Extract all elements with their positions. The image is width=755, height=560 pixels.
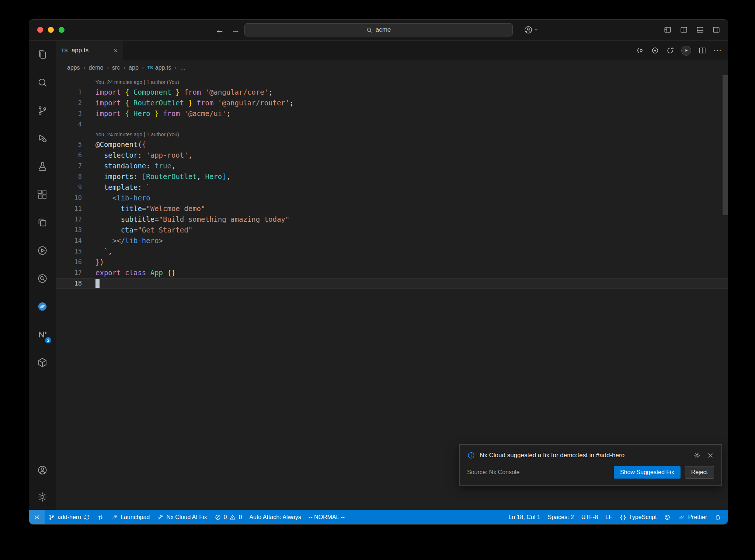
sidebar-item-preview[interactable] [29, 209, 56, 237]
sidebar-item-testing[interactable] [29, 153, 56, 181]
navigate-forward-button[interactable]: → [231, 20, 240, 40]
eol-status[interactable]: LF [602, 510, 616, 524]
breadcrumb-item[interactable]: demo [88, 64, 103, 71]
code-line[interactable]: 12 subtitle="Build something amazing tod… [56, 214, 728, 225]
codelens-row[interactable]: You, 24 minutes ago | 1 author (You) [56, 77, 728, 87]
code-line[interactable]: 3import { Hero } from '@acme/ui'; [56, 108, 728, 119]
code-line[interactable]: 2import { RouterOutlet } from '@angular/… [56, 98, 728, 108]
sidebar-item-run-tasks[interactable] [29, 237, 56, 265]
breadcrumb-item[interactable]: src [112, 64, 120, 71]
code-line[interactable]: 15 `, [56, 246, 728, 257]
line-number: 8 [56, 171, 95, 182]
code-line[interactable]: 17export class App {} [56, 267, 728, 278]
breadcrumb-label: … [180, 64, 186, 71]
sidebar-item-explorer[interactable] [29, 41, 56, 69]
toggle-panel-icon[interactable] [696, 26, 704, 34]
encoding-status[interactable]: UTF-8 [578, 510, 602, 524]
nx-cloud-ai-fix-status[interactable]: Nx Cloud AI Fix [153, 510, 211, 524]
sidebar-item-code-inspect[interactable] [29, 265, 56, 293]
code-line[interactable]: 1import { Component } from '@angular/cor… [56, 87, 728, 98]
open-changes-icon[interactable] [636, 46, 644, 55]
maximize-window-button[interactable] [59, 27, 65, 33]
toast-message: Nx Cloud suggested a fix for demo:test i… [480, 452, 689, 459]
code-line[interactable]: 18 [56, 278, 728, 289]
run-file-button[interactable] [681, 46, 691, 56]
code-line[interactable]: 16}) [56, 257, 728, 267]
formatter-status[interactable]: Prettier [674, 510, 711, 524]
text-cursor [95, 279, 100, 288]
formatter-label: Prettier [688, 514, 707, 521]
close-icon[interactable] [707, 452, 714, 459]
breadcrumb-item-symbol[interactable]: … [180, 64, 186, 71]
indentation-status[interactable]: Spaces: 2 [544, 510, 578, 524]
sidebar-item-source-control[interactable] [29, 97, 56, 125]
branch-name: add-hero [58, 514, 81, 521]
breadcrumb-label: apps [67, 64, 80, 71]
settings-button[interactable] [29, 484, 56, 510]
auto-attach-status[interactable]: Auto Attach: Always [246, 510, 305, 524]
codelens-row[interactable]: You, 24 minutes ago | 1 author (You) [56, 130, 728, 139]
code-line[interactable]: 14 ></lib-hero> [56, 235, 728, 246]
line-number: 17 [56, 267, 95, 278]
sync-changes-status[interactable] [94, 510, 108, 524]
code-line[interactable]: 6 selector: 'app-root', [56, 150, 728, 161]
code-line[interactable]: 4 [56, 119, 728, 130]
scrollbar-thumb[interactable] [723, 75, 728, 215]
tab-app-ts[interactable]: TS app.ts × [56, 41, 123, 60]
line-number [56, 77, 95, 87]
cursor-position-status[interactable]: Ln 18, Col 1 [505, 510, 544, 524]
code-line[interactable]: 8 imports: [RouterOutlet, Hero], [56, 171, 728, 182]
sidebar-item-run-debug[interactable] [29, 125, 56, 153]
sidebar-item-extensions[interactable] [29, 181, 56, 209]
code-line[interactable]: 9 template: ` [56, 182, 728, 193]
more-actions-icon[interactable]: ⋯ [713, 46, 722, 55]
problems-status[interactable]: 0 0 [211, 510, 246, 524]
code-line[interactable]: 7 standalone: true, [56, 161, 728, 171]
braces-icon: {} [620, 514, 626, 521]
code-line[interactable]: 5@Component({ [56, 139, 728, 150]
accounts-menu-button[interactable] [524, 20, 538, 40]
sidebar-item-search[interactable] [29, 69, 56, 97]
breadcrumb-item[interactable]: apps [67, 64, 80, 71]
code-text: selector: 'app-root', [95, 150, 192, 161]
breadcrumb-item[interactable]: app [129, 64, 139, 71]
code-line[interactable]: 13 cta="Get Started" [56, 225, 728, 235]
rerun-icon[interactable] [666, 46, 674, 55]
chevron-down-icon [534, 28, 538, 32]
breadcrumb-item-file[interactable]: TS app.ts [147, 64, 171, 71]
navigate-back-button[interactable]: ← [215, 20, 224, 40]
minimize-window-button[interactable] [48, 27, 54, 33]
accounts-button[interactable] [29, 456, 56, 484]
language-mode-status[interactable]: {} TypeScript [616, 510, 661, 524]
vim-mode-status[interactable]: -- NORMAL -- [305, 510, 348, 524]
line-number: 2 [56, 98, 95, 108]
git-branch-status[interactable]: add-hero [45, 510, 94, 524]
account-icon [37, 465, 48, 476]
toggle-secondary-sidebar-icon[interactable] [712, 26, 720, 34]
close-window-button[interactable] [37, 27, 43, 33]
toggle-primary-sidebar-icon[interactable] [680, 26, 688, 34]
breadcrumb-label: app.ts [155, 64, 171, 71]
desktop-background: { "colors": { "accent": "#0078d4", "stat… [0, 0, 755, 560]
notifications-status[interactable] [711, 510, 725, 524]
chevron-right-icon: › [174, 64, 177, 71]
feedback-status[interactable] [660, 510, 674, 524]
sidebar-item-nx-console[interactable]: 3 [29, 321, 56, 349]
notification-settings-gear-icon[interactable] [693, 452, 701, 459]
main-area: 3 TS app.ts × [29, 41, 728, 510]
layout-controls [664, 20, 720, 40]
reject-button[interactable]: Reject [685, 466, 714, 479]
customize-layout-icon[interactable] [664, 26, 672, 34]
command-center-search[interactable]: acme [244, 23, 513, 36]
split-editor-icon[interactable] [698, 46, 706, 55]
sidebar-item-cloud-extension[interactable] [29, 293, 56, 321]
target-icon[interactable] [651, 46, 659, 55]
show-suggested-fix-button[interactable]: Show Suggested Fix [614, 466, 681, 479]
code-line[interactable]: 11 title="Welcmoe demo" [56, 203, 728, 214]
sidebar-item-containers[interactable] [29, 349, 56, 377]
code-line[interactable]: 10 <lib-hero [56, 193, 728, 203]
remote-icon [34, 514, 40, 521]
remote-indicator[interactable] [29, 510, 45, 524]
close-tab-icon[interactable]: × [114, 47, 118, 54]
launchpad-status[interactable]: Launchpad [108, 510, 153, 524]
